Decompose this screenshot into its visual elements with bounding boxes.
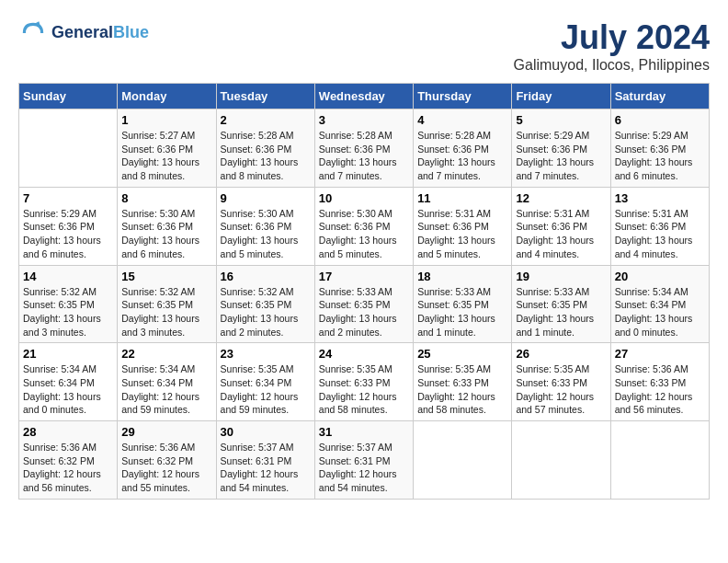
logo-text: GeneralBlue bbox=[51, 24, 149, 42]
day-number: 7 bbox=[23, 191, 113, 205]
calendar-cell: 17Sunrise: 5:33 AM Sunset: 6:35 PM Dayli… bbox=[314, 265, 413, 343]
day-number: 13 bbox=[615, 191, 705, 205]
calendar-cell: 4Sunrise: 5:28 AM Sunset: 6:36 PM Daylig… bbox=[414, 109, 512, 188]
day-info: Sunrise: 5:35 AM Sunset: 6:33 PM Dayligh… bbox=[516, 362, 606, 417]
weekday-header-friday: Friday bbox=[512, 84, 610, 109]
calendar-cell bbox=[610, 421, 709, 500]
day-number: 11 bbox=[417, 191, 507, 205]
calendar-cell: 22Sunrise: 5:34 AM Sunset: 6:34 PM Dayli… bbox=[118, 343, 216, 421]
calendar-cell: 5Sunrise: 5:29 AM Sunset: 6:36 PM Daylig… bbox=[512, 109, 610, 188]
calendar-cell: 11Sunrise: 5:31 AM Sunset: 6:36 PM Dayli… bbox=[414, 187, 512, 265]
calendar-cell: 14Sunrise: 5:32 AM Sunset: 6:35 PM Dayli… bbox=[19, 265, 118, 343]
calendar-cell: 15Sunrise: 5:32 AM Sunset: 6:35 PM Dayli… bbox=[118, 265, 216, 343]
day-info: Sunrise: 5:28 AM Sunset: 6:36 PM Dayligh… bbox=[417, 129, 507, 183]
calendar-cell: 2Sunrise: 5:28 AM Sunset: 6:36 PM Daylig… bbox=[216, 109, 314, 188]
day-info: Sunrise: 5:31 AM Sunset: 6:36 PM Dayligh… bbox=[516, 207, 606, 261]
day-info: Sunrise: 5:31 AM Sunset: 6:36 PM Dayligh… bbox=[615, 207, 705, 261]
day-number: 2 bbox=[221, 113, 311, 127]
logo-icon bbox=[18, 18, 48, 48]
day-info: Sunrise: 5:32 AM Sunset: 6:35 PM Dayligh… bbox=[121, 285, 211, 339]
location: Galimuyod, Ilocos, Philippines bbox=[514, 57, 710, 74]
calendar-cell: 18Sunrise: 5:33 AM Sunset: 6:35 PM Dayli… bbox=[414, 265, 512, 343]
calendar-cell: 25Sunrise: 5:35 AM Sunset: 6:33 PM Dayli… bbox=[414, 343, 512, 421]
calendar-cell: 6Sunrise: 5:29 AM Sunset: 6:36 PM Daylig… bbox=[610, 109, 709, 188]
month-year: July 2024 bbox=[514, 18, 710, 57]
day-info: Sunrise: 5:34 AM Sunset: 6:34 PM Dayligh… bbox=[615, 285, 705, 339]
day-number: 14 bbox=[23, 270, 113, 283]
calendar-cell: 3Sunrise: 5:28 AM Sunset: 6:36 PM Daylig… bbox=[314, 109, 413, 188]
calendar-cell: 8Sunrise: 5:30 AM Sunset: 6:36 PM Daylig… bbox=[118, 187, 216, 265]
day-number: 9 bbox=[221, 191, 311, 205]
day-number: 23 bbox=[221, 347, 311, 361]
day-number: 21 bbox=[23, 347, 113, 361]
day-info: Sunrise: 5:36 AM Sunset: 6:32 PM Dayligh… bbox=[121, 441, 211, 495]
day-info: Sunrise: 5:35 AM Sunset: 6:34 PM Dayligh… bbox=[221, 362, 311, 417]
calendar-cell bbox=[414, 421, 512, 500]
day-info: Sunrise: 5:31 AM Sunset: 6:36 PM Dayligh… bbox=[417, 207, 507, 261]
weekday-header-wednesday: Wednesday bbox=[314, 84, 413, 109]
day-number: 1 bbox=[121, 113, 211, 127]
calendar-cell: 21Sunrise: 5:34 AM Sunset: 6:34 PM Dayli… bbox=[19, 343, 118, 421]
day-number: 18 bbox=[417, 270, 507, 283]
day-number: 28 bbox=[23, 425, 113, 439]
calendar-cell: 20Sunrise: 5:34 AM Sunset: 6:34 PM Dayli… bbox=[610, 265, 709, 343]
day-number: 6 bbox=[615, 113, 705, 127]
calendar-cell: 29Sunrise: 5:36 AM Sunset: 6:32 PM Dayli… bbox=[118, 421, 216, 500]
calendar-cell: 28Sunrise: 5:36 AM Sunset: 6:32 PM Dayli… bbox=[19, 421, 118, 500]
weekday-header-monday: Monday bbox=[118, 84, 216, 109]
day-info: Sunrise: 5:30 AM Sunset: 6:36 PM Dayligh… bbox=[221, 207, 311, 261]
day-number: 30 bbox=[221, 425, 311, 439]
day-info: Sunrise: 5:29 AM Sunset: 6:36 PM Dayligh… bbox=[23, 207, 113, 261]
day-info: Sunrise: 5:34 AM Sunset: 6:34 PM Dayligh… bbox=[23, 362, 113, 417]
calendar-cell: 7Sunrise: 5:29 AM Sunset: 6:36 PM Daylig… bbox=[19, 187, 118, 265]
day-number: 24 bbox=[319, 347, 409, 361]
day-info: Sunrise: 5:33 AM Sunset: 6:35 PM Dayligh… bbox=[319, 285, 409, 339]
calendar-cell: 1Sunrise: 5:27 AM Sunset: 6:36 PM Daylig… bbox=[118, 109, 216, 188]
weekday-header-saturday: Saturday bbox=[610, 84, 709, 109]
calendar-cell: 10Sunrise: 5:30 AM Sunset: 6:36 PM Dayli… bbox=[314, 187, 413, 265]
calendar-cell bbox=[19, 109, 118, 188]
day-info: Sunrise: 5:35 AM Sunset: 6:33 PM Dayligh… bbox=[417, 362, 507, 417]
calendar-cell: 24Sunrise: 5:35 AM Sunset: 6:33 PM Dayli… bbox=[314, 343, 413, 421]
weekday-header-tuesday: Tuesday bbox=[216, 84, 314, 109]
day-info: Sunrise: 5:36 AM Sunset: 6:32 PM Dayligh… bbox=[23, 441, 113, 495]
day-info: Sunrise: 5:35 AM Sunset: 6:33 PM Dayligh… bbox=[319, 362, 409, 417]
day-info: Sunrise: 5:37 AM Sunset: 6:31 PM Dayligh… bbox=[221, 441, 311, 495]
day-info: Sunrise: 5:32 AM Sunset: 6:35 PM Dayligh… bbox=[23, 285, 113, 339]
day-info: Sunrise: 5:27 AM Sunset: 6:36 PM Dayligh… bbox=[121, 129, 211, 183]
day-info: Sunrise: 5:34 AM Sunset: 6:34 PM Dayligh… bbox=[121, 362, 211, 417]
calendar-cell: 30Sunrise: 5:37 AM Sunset: 6:31 PM Dayli… bbox=[216, 421, 314, 500]
day-info: Sunrise: 5:36 AM Sunset: 6:33 PM Dayligh… bbox=[615, 362, 705, 417]
page-header: GeneralBlue July 2024 Galimuyod, Ilocos,… bbox=[18, 18, 710, 74]
day-info: Sunrise: 5:28 AM Sunset: 6:36 PM Dayligh… bbox=[221, 129, 311, 183]
calendar-week-1: 1Sunrise: 5:27 AM Sunset: 6:36 PM Daylig… bbox=[19, 109, 710, 188]
day-number: 29 bbox=[121, 425, 211, 439]
calendar-week-5: 28Sunrise: 5:36 AM Sunset: 6:32 PM Dayli… bbox=[19, 421, 710, 500]
day-number: 19 bbox=[516, 270, 606, 283]
day-info: Sunrise: 5:29 AM Sunset: 6:36 PM Dayligh… bbox=[615, 129, 705, 183]
day-number: 16 bbox=[221, 270, 311, 283]
calendar-cell: 31Sunrise: 5:37 AM Sunset: 6:31 PM Dayli… bbox=[314, 421, 413, 500]
calendar-week-3: 14Sunrise: 5:32 AM Sunset: 6:35 PM Dayli… bbox=[19, 265, 710, 343]
calendar-cell: 23Sunrise: 5:35 AM Sunset: 6:34 PM Dayli… bbox=[216, 343, 314, 421]
weekday-header-sunday: Sunday bbox=[19, 84, 118, 109]
logo: GeneralBlue bbox=[18, 18, 149, 48]
day-number: 10 bbox=[319, 191, 409, 205]
day-number: 8 bbox=[121, 191, 211, 205]
weekday-header-row: SundayMondayTuesdayWednesdayThursdayFrid… bbox=[19, 84, 710, 109]
calendar-cell: 19Sunrise: 5:33 AM Sunset: 6:35 PM Dayli… bbox=[512, 265, 610, 343]
day-info: Sunrise: 5:37 AM Sunset: 6:31 PM Dayligh… bbox=[319, 441, 409, 495]
day-info: Sunrise: 5:33 AM Sunset: 6:35 PM Dayligh… bbox=[516, 285, 606, 339]
calendar-cell: 9Sunrise: 5:30 AM Sunset: 6:36 PM Daylig… bbox=[216, 187, 314, 265]
day-info: Sunrise: 5:33 AM Sunset: 6:35 PM Dayligh… bbox=[417, 285, 507, 339]
calendar-week-4: 21Sunrise: 5:34 AM Sunset: 6:34 PM Dayli… bbox=[19, 343, 710, 421]
calendar-cell bbox=[512, 421, 610, 500]
day-info: Sunrise: 5:29 AM Sunset: 6:36 PM Dayligh… bbox=[516, 129, 606, 183]
calendar-cell: 12Sunrise: 5:31 AM Sunset: 6:36 PM Dayli… bbox=[512, 187, 610, 265]
day-number: 15 bbox=[121, 270, 211, 283]
calendar-cell: 16Sunrise: 5:32 AM Sunset: 6:35 PM Dayli… bbox=[216, 265, 314, 343]
day-number: 17 bbox=[319, 270, 409, 283]
day-number: 3 bbox=[319, 113, 409, 127]
day-number: 22 bbox=[121, 347, 211, 361]
calendar-cell: 13Sunrise: 5:31 AM Sunset: 6:36 PM Dayli… bbox=[610, 187, 709, 265]
